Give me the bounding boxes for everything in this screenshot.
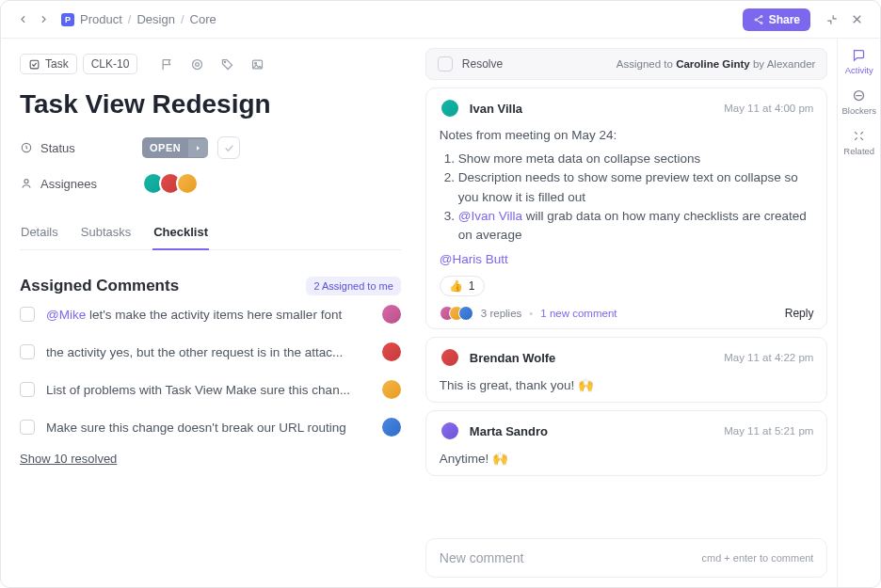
comment-text: Make sure this change doesn't break our … — [46, 421, 371, 435]
svg-point-12 — [255, 62, 257, 64]
svg-point-1 — [755, 19, 757, 21]
resolve-checkbox[interactable] — [438, 56, 453, 72]
breadcrumb-leaf[interactable]: Core — [190, 12, 216, 26]
share-button[interactable]: Share — [743, 8, 810, 31]
task-id-chip[interactable]: CLK-10 — [83, 54, 138, 74]
reply-count[interactable]: 3 replies — [481, 308, 521, 319]
topbar: P Product / Design / Core Share — [1, 1, 880, 39]
task-chip-label: Task — [45, 57, 69, 71]
svg-point-0 — [761, 15, 762, 17]
tab-checklist[interactable]: Checklist — [152, 215, 209, 250]
assigned-to-bar: Resolve Assigned to Caroline Ginty by Al… — [425, 48, 828, 80]
close-icon[interactable] — [844, 8, 869, 32]
status-label: Status — [20, 141, 142, 155]
reply-button[interactable]: Reply — [785, 307, 814, 320]
comment-thread: Marta Sandro May 11 at 5:21 pm Anytime! … — [425, 410, 828, 476]
assignee-stack[interactable] — [142, 172, 199, 195]
avatar — [382, 380, 401, 399]
comment-row[interactable]: List of problems with Task View Make sur… — [20, 371, 401, 408]
sprint-icon[interactable] — [184, 52, 209, 76]
comment-row[interactable]: the activity yes, but the other request … — [20, 333, 401, 371]
comment-time: May 11 at 5:21 pm — [724, 425, 813, 437]
comment-placeholder: New comment — [440, 550, 523, 565]
new-comment-input[interactable]: New comment cmd + enter to comment — [425, 538, 828, 578]
reply-avatars — [440, 306, 473, 321]
comment-hint: cmd + enter to comment — [702, 552, 814, 564]
rail-related[interactable]: Related — [843, 129, 874, 156]
mention-link[interactable]: @Haris Butt — [440, 252, 814, 266]
breadcrumb-mid[interactable]: Design — [136, 12, 174, 26]
show-resolved-link[interactable]: Show 10 resolved — [20, 452, 401, 466]
comment-row[interactable]: Make sure this change doesn't break our … — [20, 408, 401, 446]
collapse-icon[interactable] — [820, 8, 844, 32]
comment-body: Anytime! 🙌 — [440, 451, 814, 466]
share-label: Share — [769, 13, 800, 26]
image-icon[interactable] — [245, 52, 269, 76]
comment-time: May 11 at 4:22 pm — [724, 352, 813, 363]
section-title: Assigned Comments — [20, 277, 179, 295]
comment-thread: Ivan Villa May 11 at 4:00 pm Notes from … — [425, 87, 828, 329]
status-pill[interactable]: OPEN — [142, 137, 208, 158]
assignees-label: Assignees — [20, 177, 142, 191]
svg-point-2 — [761, 22, 762, 24]
tab-subtasks[interactable]: Subtasks — [80, 215, 132, 249]
nav-back-button[interactable] — [12, 9, 33, 30]
flag-icon[interactable] — [154, 52, 179, 76]
nav-forward-button[interactable] — [33, 9, 54, 30]
rail-blockers[interactable]: Blockers — [842, 88, 876, 116]
avatar — [382, 342, 401, 361]
new-comment-link[interactable]: 1 new comment — [540, 308, 617, 319]
assigned-count-badge[interactable]: 2 Assigned to me — [306, 277, 400, 295]
breadcrumb-sep: / — [181, 12, 184, 26]
comment-text: List of problems with Task View Make sur… — [46, 383, 371, 397]
breadcrumb-root[interactable]: Product — [80, 12, 122, 26]
comment-text: @Mike let's make the activity items here… — [46, 308, 371, 322]
task-id-label: CLK-10 — [91, 57, 130, 71]
comment-row[interactable]: @Mike let's make the activity items here… — [20, 295, 401, 333]
task-type-chip[interactable]: Task — [20, 54, 77, 74]
breadcrumb: P Product / Design / Core — [61, 12, 216, 26]
comment-checkbox[interactable] — [20, 382, 35, 397]
comment-author: Brendan Wolfe — [470, 351, 556, 365]
breadcrumb-sep: / — [128, 12, 132, 26]
comment-list: Show more meta data on collapse sections… — [440, 150, 814, 245]
avatar — [382, 305, 401, 324]
comment-body: This is great, thank you! 🙌 — [440, 377, 814, 392]
svg-point-8 — [192, 59, 201, 69]
comment-checkbox[interactable] — [20, 307, 35, 322]
comments-list: @Mike let's make the activity items here… — [20, 295, 401, 446]
space-icon: P — [61, 13, 74, 26]
comment-checkbox[interactable] — [20, 420, 35, 435]
svg-point-15 — [24, 180, 28, 183]
svg-line-3 — [757, 17, 761, 20]
tab-details[interactable]: Details — [20, 215, 59, 249]
comment-author: Ivan Villa — [470, 102, 522, 116]
svg-line-4 — [757, 20, 761, 23]
comment-time: May 11 at 4:00 pm — [724, 103, 813, 114]
comment-author: Marta Sandro — [470, 424, 548, 438]
resolve-label[interactable]: Resolve — [462, 57, 503, 71]
status-arrow-icon — [188, 139, 208, 157]
tab-bar: Details Subtasks Checklist — [20, 215, 401, 250]
comment-thread: Brendan Wolfe May 11 at 4:22 pm This is … — [425, 337, 828, 403]
task-title[interactable]: Task View Redesign — [20, 89, 401, 119]
right-rail: Activity Blockers Related — [837, 39, 880, 587]
comment-body: Notes from meeting on May 24: — [440, 128, 814, 142]
rail-activity[interactable]: Activity — [845, 48, 873, 75]
avatar — [440, 347, 460, 368]
right-pane: Resolve Assigned to Caroline Ginty by Al… — [420, 39, 838, 587]
svg-point-10 — [224, 61, 225, 62]
complete-button[interactable] — [217, 136, 240, 159]
left-pane: Task CLK-10 Task View Redesign Status OP… — [1, 39, 420, 587]
avatar — [440, 421, 460, 441]
svg-rect-7 — [30, 60, 39, 69]
reaction-button[interactable]: 👍1 — [440, 276, 485, 296]
assigned-to-text: Assigned to Caroline Ginty by Alexander — [617, 58, 816, 70]
avatar — [176, 172, 199, 195]
comment-checkbox[interactable] — [20, 344, 35, 359]
tag-icon[interactable] — [215, 52, 239, 76]
avatar — [440, 98, 460, 119]
svg-point-9 — [196, 62, 200, 66]
svg-marker-14 — [197, 146, 200, 151]
comment-text: the activity yes, but the other request … — [46, 345, 371, 359]
